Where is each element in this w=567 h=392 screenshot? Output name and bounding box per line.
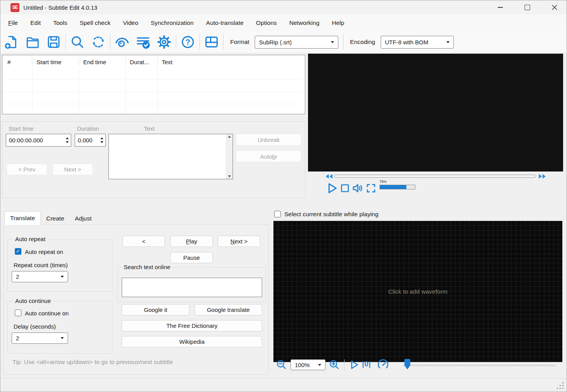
title-bar: SE Untitled - Subtitle Edit 4.0.13: [0, 0, 567, 14]
chevron-down-icon: [61, 276, 64, 278]
video-seek-bar[interactable]: [334, 175, 536, 178]
waveform-position-slider[interactable]: [403, 364, 556, 366]
translate-tab-panel: Auto repeat Auto repeat on Repeat count …: [4, 224, 269, 375]
next-subtitle-button[interactable]: Next >: [52, 164, 93, 175]
video-display[interactable]: [308, 54, 563, 172]
column-header[interactable]: Durat...: [126, 55, 158, 69]
unbreak-button[interactable]: Unbreak: [236, 134, 301, 145]
delay-label: Delay (seconds): [14, 323, 56, 330]
help-button[interactable]: ?: [177, 33, 198, 51]
waveform-placeholder: Click to add waveform: [388, 288, 447, 295]
resize-grip[interactable]: [562, 388, 564, 389]
minimize-icon: [498, 7, 503, 8]
play-video-button[interactable]: [325, 181, 339, 195]
mute-button[interactable]: [352, 182, 364, 194]
waveform-zoom-select[interactable]: 100%: [290, 359, 326, 370]
maximize-icon: [525, 5, 530, 10]
encoding-select[interactable]: UTF-8 with BOM: [381, 36, 454, 49]
svg-text:?: ?: [186, 38, 190, 46]
new-file-icon: [4, 35, 19, 49]
menu-item[interactable]: Video: [117, 19, 144, 26]
spin-down-icon: [66, 141, 69, 143]
auto-br-button[interactable]: Auto br: [236, 150, 301, 162]
column-header[interactable]: #: [2, 55, 32, 69]
waveform-zoom-out-button[interactable]: [276, 359, 287, 371]
pause-button[interactable]: Pause: [170, 252, 213, 263]
column-header[interactable]: Start time: [32, 55, 79, 69]
column-header[interactable]: Text: [158, 55, 305, 69]
visual-sync-button[interactable]: [112, 33, 133, 51]
start-time-spin-buttons[interactable]: [64, 134, 71, 146]
tab-translate[interactable]: Translate: [4, 211, 41, 225]
repeat-count-select[interactable]: 2: [12, 271, 68, 282]
auto-continue-checkbox[interactable]: [15, 310, 21, 316]
start-time-spinner[interactable]: 00:00:00.000: [6, 134, 71, 147]
text-scrollbar[interactable]: [226, 134, 233, 179]
google-it-button[interactable]: Google it: [122, 304, 189, 315]
next-button[interactable]: Next >: [218, 236, 260, 247]
toolbar-separator: [110, 34, 110, 50]
menu-item[interactable]: Spell check: [74, 19, 117, 26]
maximize-button[interactable]: [518, 0, 536, 14]
spell-check-button[interactable]: [133, 33, 154, 51]
repeat-count-label: Repeat count (times): [14, 262, 68, 268]
waveform-display[interactable]: Click to add waveform: [273, 221, 562, 362]
close-button[interactable]: [546, 0, 564, 14]
free-dictionary-button[interactable]: The Free Dictionary: [122, 320, 262, 331]
grid-line: [79, 69, 79, 114]
prev-subtitle-button[interactable]: < Prev: [7, 164, 47, 175]
menu-item[interactable]: Synchronization: [145, 19, 200, 26]
format-select[interactable]: SubRip (.srt): [255, 36, 338, 49]
grid-line: [158, 69, 158, 114]
waveform-zoom-in-button[interactable]: [329, 359, 340, 371]
duration-spin-buttons[interactable]: [98, 134, 105, 146]
column-header[interactable]: End time: [79, 55, 126, 69]
play-button[interactable]: Play: [170, 236, 213, 247]
waveform-play-button[interactable]: [348, 359, 360, 371]
find-button[interactable]: [67, 33, 88, 51]
volume-percent-label: 75%: [380, 180, 387, 184]
layout-button[interactable]: [201, 33, 222, 51]
menu-item[interactable]: File: [2, 19, 24, 26]
subtitle-list[interactable]: #Start timeEnd timeDurat...Text: [2, 55, 305, 114]
menu-item[interactable]: Help: [326, 19, 350, 26]
tab-adjust[interactable]: Adjust: [70, 213, 97, 224]
volume-slider[interactable]: [380, 185, 415, 189]
menu-item[interactable]: Tools: [47, 19, 74, 26]
waveform-position-thumb[interactable]: [404, 359, 410, 369]
wikipedia-button[interactable]: Wikipedia: [122, 336, 262, 347]
spin-up-icon: [66, 137, 69, 139]
menu-item[interactable]: Auto-translate: [200, 19, 250, 26]
seek-forward-icon[interactable]: [539, 174, 546, 179]
toolbar-separator: [200, 34, 200, 50]
settings-icon: [156, 34, 172, 50]
auto-repeat-checkbox[interactable]: [15, 248, 21, 255]
back-button[interactable]: <: [122, 236, 165, 247]
subtitle-text-input[interactable]: [108, 134, 233, 179]
tab-create[interactable]: Create: [41, 213, 70, 224]
delay-select[interactable]: 2: [12, 332, 68, 344]
menu-item[interactable]: Options: [250, 19, 283, 26]
playback-speed-button[interactable]: [377, 359, 389, 371]
duration-spinner[interactable]: 0.000: [75, 134, 106, 147]
fullscreen-button[interactable]: [366, 183, 376, 194]
minimize-button[interactable]: [491, 0, 509, 14]
save-file-button[interactable]: [43, 33, 64, 51]
menu-item[interactable]: Edit: [24, 19, 47, 26]
search-text-input[interactable]: [122, 278, 262, 297]
search-online-legend: Search text online: [122, 264, 172, 270]
new-file-button[interactable]: [1, 33, 22, 51]
stop-video-button[interactable]: [340, 183, 350, 194]
text-label: Text: [144, 125, 155, 132]
replace-button[interactable]: [88, 33, 109, 51]
app-icon: SE: [10, 3, 19, 12]
select-current-subtitle-checkbox[interactable]: [274, 211, 281, 217]
open-file-button[interactable]: [22, 33, 43, 51]
save-file-icon: [46, 35, 61, 49]
waveform-center-button[interactable]: |0|: [362, 360, 371, 368]
close-icon: [551, 4, 558, 10]
google-translate-button[interactable]: Google translate: [194, 304, 262, 315]
settings-button[interactable]: [154, 33, 175, 51]
seek-back-icon[interactable]: [326, 174, 333, 179]
menu-item[interactable]: Networking: [283, 19, 326, 26]
